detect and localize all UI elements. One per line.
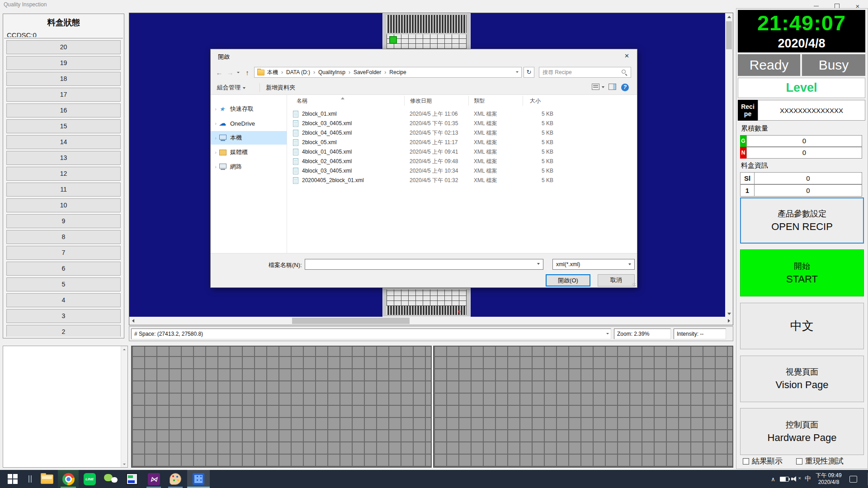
task-view-button[interactable] [25, 470, 34, 488]
filetype-filter-select[interactable]: xml(*.xml) [552, 259, 635, 270]
visual-studio-button[interactable]: ⋈ [144, 470, 164, 488]
wechat-button[interactable] [100, 470, 121, 488]
hardware-page-button[interactable]: 控制頁面 Hardware Page [740, 408, 864, 455]
scroll-left-icon[interactable] [129, 317, 137, 325]
expand-chevron-icon[interactable]: › [212, 164, 219, 169]
history-caret-icon[interactable] [235, 64, 241, 81]
paint-button[interactable] [165, 470, 185, 488]
vertical-scroll-thumb[interactable] [726, 21, 732, 49]
dialog-titlebar[interactable]: 開啟 × [211, 49, 637, 64]
language-button[interactable]: 中文 [740, 303, 864, 349]
chrome-button[interactable] [58, 470, 79, 488]
tray-expand-button[interactable]: ∧ [768, 470, 778, 488]
forward-icon[interactable]: → [225, 64, 235, 81]
repeatability-test-option[interactable]: 重現性測試 [796, 456, 844, 466]
dialog-close-button[interactable]: × [617, 49, 637, 63]
tray-slot[interactable]: 17 [6, 88, 121, 102]
tray-slot[interactable]: 12 [6, 167, 121, 181]
busy-indicator[interactable]: Busy [802, 54, 865, 76]
vision-page-button[interactable]: 視覺頁面 Vision Page [740, 356, 864, 402]
battery-button[interactable] [778, 470, 790, 488]
sidebar-item[interactable]: › 媒體櫃 [211, 145, 287, 159]
up-icon[interactable]: ↑ [242, 64, 252, 81]
scroll-right-icon[interactable] [726, 317, 733, 325]
tray-slot[interactable]: 6 [6, 262, 121, 276]
tray-slot[interactable]: 8 [6, 230, 121, 244]
breadcrumb-item[interactable]: ›本機 [267, 69, 278, 76]
result-display-checkbox[interactable] [743, 458, 749, 465]
repeatability-test-checkbox[interactable] [796, 458, 802, 465]
expand-chevron-icon[interactable]: › [212, 150, 219, 155]
space-coordinates-field[interactable]: # Space: (27413.2, 27580.8) [131, 328, 611, 339]
dropdown-caret-icon[interactable] [606, 333, 609, 336]
breadcrumb-item[interactable]: ›Recipe [381, 69, 406, 75]
search-input[interactable]: 搜尋 Recipe [539, 67, 631, 78]
tray-slot[interactable]: 15 [6, 119, 121, 133]
change-view-button[interactable] [592, 84, 604, 90]
scroll-down-icon[interactable] [121, 461, 127, 467]
file-row[interactable]: 4block_01_0405.xml 2020/4/5 上午 09:41 XML… [291, 147, 636, 157]
file-row[interactable]: 4block_02_0405.xml 2020/4/5 上午 09:48 XML… [291, 157, 636, 166]
tray-slot[interactable]: 5 [6, 277, 121, 291]
tray-slot[interactable]: 18 [6, 72, 121, 86]
tray-slot[interactable]: 11 [6, 183, 121, 197]
tray-slot[interactable]: 16 [6, 103, 121, 117]
result-display-option[interactable]: 結果顯示 [743, 456, 783, 466]
sidebar-item[interactable]: › 本機 [211, 131, 287, 145]
breadcrumb-item[interactable]: ›QualityInsp [310, 69, 345, 75]
tray-slot[interactable]: 7 [6, 246, 121, 260]
volume-button[interactable]: × [790, 470, 802, 488]
start-button[interactable]: 開始 START [740, 249, 864, 296]
file-row[interactable]: 2block_04_0405.xml 2020/4/5 下午 02:13 XML… [291, 128, 636, 138]
column-header-date[interactable]: 修改日期 [410, 95, 432, 107]
tray-slot[interactable]: 3 [6, 309, 121, 323]
tray-slot[interactable]: 9 [6, 214, 121, 228]
start-button[interactable] [3, 470, 23, 488]
tray-slot[interactable]: 20 [6, 40, 121, 54]
tray-slot[interactable]: 2 [6, 325, 121, 337]
result-list-scrollbar[interactable] [121, 346, 127, 467]
file-row[interactable]: 2block_03_0405.xml 2020/4/5 下午 01:35 XML… [291, 119, 636, 128]
action-center-button[interactable] [846, 470, 860, 488]
breadcrumb-item[interactable]: ›SaveFolder [345, 69, 381, 75]
file-row[interactable]: 2block_01.xml 2020/4/5 上午 11:06 XML 檔案 5… [291, 109, 636, 119]
refresh-button[interactable]: ↻ [524, 67, 534, 78]
sidebar-item[interactable]: › 網路 [211, 160, 287, 174]
canvas-vertical-scrollbar[interactable] [725, 13, 733, 318]
resize-grip[interactable] [632, 283, 636, 286]
quality-inspection-app-button[interactable] [187, 470, 210, 488]
file-row[interactable]: 20200405_2block_01.xml 2020/4/5 下午 01:32… [291, 176, 636, 185]
breadcrumb-item[interactable]: ›DATA (D:) [278, 69, 310, 75]
expand-chevron-icon[interactable]: › [212, 106, 219, 112]
tray-map-grid-right[interactable] [433, 346, 733, 468]
form-app-button[interactable] [122, 470, 142, 488]
column-header-name[interactable]: 名稱 [297, 95, 307, 107]
tray-slot[interactable]: 10 [6, 198, 121, 212]
file-row[interactable]: 4block_03_0405.xml 2020/4/5 上午 10:34 XML… [291, 166, 636, 176]
sidebar-item[interactable]: › OneDrive [211, 117, 287, 130]
open-recipe-button[interactable]: 產品參數設定 OPEN RECIP [740, 197, 864, 244]
ime-indicator[interactable]: 中 [802, 470, 814, 488]
scroll-up-icon[interactable] [121, 346, 127, 352]
expand-chevron-icon[interactable]: › [212, 135, 219, 141]
tray-slot[interactable]: 14 [6, 135, 121, 149]
address-caret-icon[interactable] [516, 71, 519, 74]
ready-indicator[interactable]: Ready [738, 54, 800, 76]
column-header-size[interactable]: 大小 [530, 95, 541, 107]
taskbar-clock[interactable]: 下午 09:49 2020/4/8 [814, 470, 844, 488]
tray-map-grid-left[interactable] [131, 346, 432, 468]
filename-caret-icon[interactable] [537, 263, 540, 266]
organize-menu[interactable]: 組合管理 [217, 84, 245, 92]
expand-chevron-icon[interactable]: › [212, 121, 219, 126]
line-button[interactable]: LINE [80, 470, 99, 488]
filename-input[interactable] [305, 259, 543, 270]
address-bar[interactable]: ›本機›DATA (D:)›QualityInsp›SaveFolder›Rec… [254, 67, 522, 78]
tray-slot[interactable]: 13 [6, 151, 121, 165]
tray-slot[interactable]: 19 [6, 56, 121, 70]
column-header-type[interactable]: 類型 [474, 95, 485, 107]
help-button[interactable]: ? [621, 84, 629, 91]
back-icon[interactable]: ← [214, 64, 224, 81]
sort-ascending-icon[interactable] [341, 95, 344, 99]
tray-slot[interactable]: 4 [6, 293, 121, 307]
canvas-horizontal-scrollbar[interactable] [129, 317, 733, 325]
